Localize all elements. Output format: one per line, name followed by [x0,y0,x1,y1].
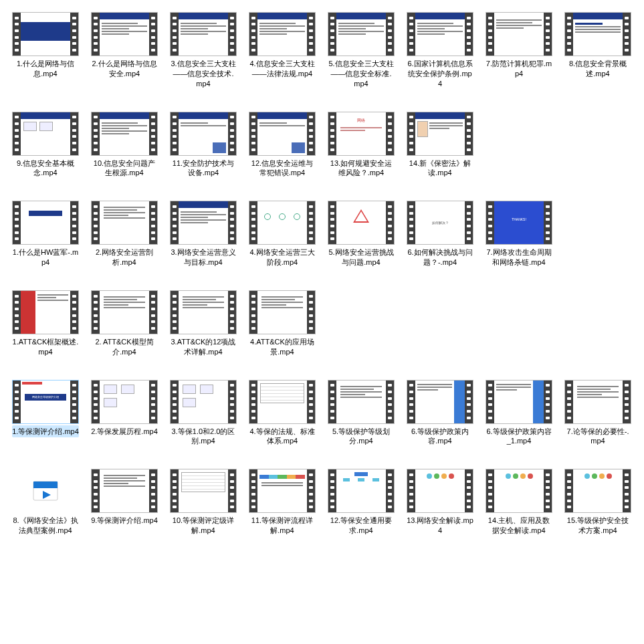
filmstrip-right [228,381,236,423]
file-item[interactable]: 5.等级保护等级划分.mp4 [328,380,395,448]
filmstrip-left [92,13,100,56]
video-thumbnail [170,112,237,156]
file-item[interactable]: 3.网络安全运营意义与目标.mp4 [170,201,237,269]
file-label: 2. ATT&CK模型简介.mp4 [91,336,158,358]
file-item[interactable]: 4.ATT&CK的应用场景.mp4 [249,290,316,358]
file-item[interactable]: 14.新《保密法》解读.mp4 [407,112,473,180]
file-item[interactable]: THANKS! 7.网络攻击生命周期和网络杀链.mp4 [486,201,552,269]
filmstrip-right [70,201,78,244]
file-item[interactable]: 10.等保测评定级详解.mp4 [170,469,237,537]
filmstrip-left [565,381,573,423]
filmstrip-right [465,201,473,244]
filmstrip-right [386,469,394,512]
file-item[interactable]: 12.信息安全运维与常犯错误.mp4 [249,112,316,180]
file-item[interactable]: 9.等保测评介绍.mp4 [91,469,158,537]
file-item[interactable]: 13.网络安全解读.mp4 [407,469,473,537]
filmstrip-left [92,291,100,334]
slide-preview [257,13,307,56]
video-thumbnail [407,12,473,56]
file-item[interactable]: 5.网络安全运营挑战与问题.mp4 [328,201,395,269]
filmstrip-right [149,112,157,155]
file-label: 8.《网络安全法》执法典型案例.mp4 [12,514,79,537]
file-item[interactable]: 网络 13.如何规避安全运维风险？.mp4 [328,112,395,180]
file-grid: 1.什么是网络与信息.mp4 2.什么是网络与信息安全.mp4 3.信息安全三大… [12,12,632,556]
filmstrip-right [149,381,157,423]
slide-preview [415,112,465,155]
file-item[interactable]: 3.等保1.0和2.0的区别.mp4 [170,380,237,448]
file-item[interactable]: 2.什么是网络与信息安全.mp4 [91,12,158,90]
file-item[interactable]: 15.等级保护安全技术方案.mp4 [564,469,631,537]
file-label: 7.网络攻击生命周期和网络杀链.mp4 [486,246,552,269]
filmstrip-left [171,112,179,155]
slide-preview [494,381,544,423]
filmstrip-left [407,112,415,155]
slide-preview [336,13,386,56]
file-item[interactable]: 6.国家计算机信息系统安全保护条例.mp4 [407,12,473,90]
slide-preview [21,291,70,334]
file-item[interactable]: 11.安全防护技术与设备.mp4 [170,112,237,180]
file-item[interactable]: 12.等保安全通用要求.mp4 [328,469,395,537]
file-item[interactable]: 8.信息安全背景概述.mp4 [564,12,631,90]
file-item[interactable]: 2. ATT&CK模型简介.mp4 [91,290,158,358]
video-thumbnail [564,12,631,56]
video-thumbnail [170,380,237,424]
file-item[interactable]: 6.等级保护政策内容_1.mp4 [486,380,552,448]
filmstrip-left [486,201,494,244]
filmstrip-left [13,291,21,334]
file-item[interactable]: 14.主机、应用及数据安全解读.mp4 [486,469,552,537]
filmstrip-left [92,112,100,155]
slide-preview [100,13,149,56]
file-item[interactable]: 4.网络安全运营三大阶段.mp4 [249,201,316,269]
file-item[interactable]: 9.信息安全基本概念.mp4 [12,112,79,180]
slide-preview [179,469,228,512]
filmstrip-left [328,112,336,155]
slide-preview: 网络安全等级保护介绍 [21,381,70,423]
file-label: 13.如何规避安全运维风险？.mp4 [328,157,395,180]
video-thumbnail [249,12,316,56]
video-thumbnail: 如何解决？ [407,201,473,245]
file-label: 9.信息安全基本概念.mp4 [12,157,79,180]
video-thumbnail: 网络安全等级保护介绍 [12,380,79,424]
filmstrip-left [565,469,573,512]
file-item[interactable]: 4.等保的法规、标准体系.mp4 [249,380,316,448]
filmstrip-left [249,112,257,155]
file-item[interactable]: 1.ATT&CK框架概述.mp4 [12,290,79,358]
file-label: 2.什么是网络与信息安全.mp4 [91,58,158,80]
file-item[interactable]: 1.什么是HW蓝军-.mp4 [12,201,79,269]
slide-preview [336,201,386,244]
filmstrip-left [92,469,100,512]
file-item[interactable]: 2.等保发展历程.mp4 [91,380,158,448]
video-thumbnail [407,469,473,513]
file-item[interactable]: 8.《网络安全法》执法典型案例.mp4 [12,469,79,537]
filmstrip-right [544,469,552,512]
filmstrip-left [92,381,100,423]
video-app-icon [12,469,79,513]
file-item[interactable]: 2.网络安全运营剖析.mp4 [91,201,158,269]
file-item[interactable]: 3.信息安全三大支柱——信息安全技术.mp4 [170,12,237,90]
slide-preview [179,381,228,423]
file-label: 3.网络安全运营意义与目标.mp4 [170,246,237,269]
file-item[interactable]: 网络安全等级保护介绍 1.等保测评介绍.mp4 [12,380,79,448]
file-item[interactable]: 7.防范计算机犯罪.mp4 [486,12,552,90]
filmstrip-left [407,381,415,423]
file-label: 15.等级保护安全技术方案.mp4 [564,514,631,537]
file-item[interactable]: 6.等级保护政策内容.mp4 [407,380,473,448]
file-item[interactable]: 5.信息安全三大支柱——信息安全标准.mp4 [328,12,395,90]
video-thumbnail [170,201,237,245]
file-item[interactable]: 1.什么是网络与信息.mp4 [12,12,79,90]
slide-preview [494,13,544,56]
file-item[interactable]: 如何解决？ 6.如何解决挑战与问题？-.mp4 [407,201,473,269]
file-label: 11.等保测评流程详解.mp4 [249,514,316,537]
video-thumbnail [12,201,79,245]
file-item[interactable]: 10.信息安全问题产生根源.mp4 [91,112,158,180]
file-item[interactable]: 7.论等保的必要性-.mp4 [564,380,631,448]
filmstrip-right [70,112,78,155]
filmstrip-right [544,13,552,56]
file-item[interactable]: 11.等保测评流程详解.mp4 [249,469,316,537]
filmstrip-right [307,201,315,244]
file-item[interactable]: 3.ATT&CK的12项战术详解.mp4 [170,290,237,358]
filmstrip-left [171,381,179,423]
filmstrip-right [544,381,552,423]
file-item[interactable]: 4.信息安全三大支柱——法律法规.mp4 [249,12,316,90]
filmstrip-right [149,201,157,244]
